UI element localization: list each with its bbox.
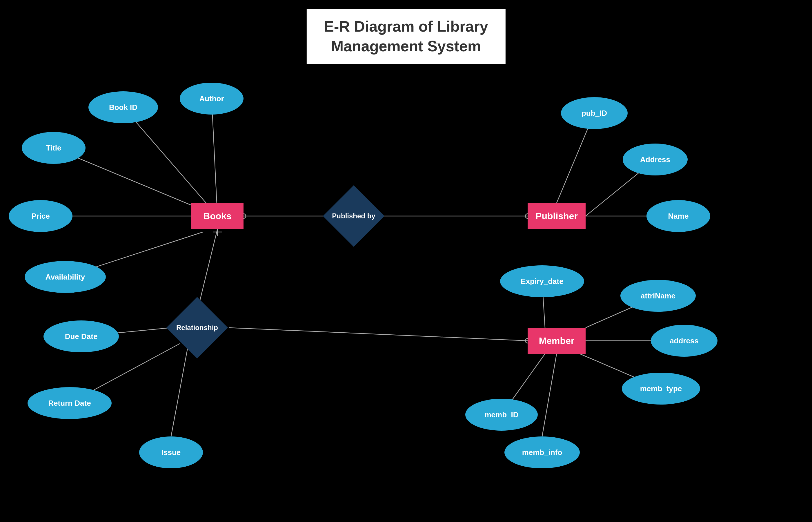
entity-member[interactable]: Member: [527, 328, 586, 354]
svg-line-1: [212, 99, 217, 216]
svg-line-18: [229, 328, 527, 341]
svg-line-12: [197, 229, 217, 312]
attr-title: Title: [22, 132, 85, 164]
attr-issue: Issue: [139, 437, 203, 468]
attr-price: Price: [9, 200, 72, 232]
attr-availability: Availability: [25, 261, 106, 293]
attr-memb-type: memb_type: [622, 373, 700, 405]
attr-expiry-date: Expiry_date: [500, 265, 584, 297]
attr-mem-address: address: [651, 325, 717, 357]
relationship-published-by[interactable]: Published by: [323, 200, 384, 232]
attr-name: Name: [646, 200, 710, 232]
entity-publisher[interactable]: Publisher: [527, 203, 586, 229]
attr-pub-id: pub_ID: [561, 97, 628, 129]
diagram-canvas: [0, 0, 812, 522]
attr-book-id: Book ID: [88, 92, 158, 123]
attr-memb-id: memb_ID: [465, 399, 538, 430]
attr-author: Author: [180, 83, 244, 115]
relationship-main[interactable]: Relationship: [165, 312, 229, 344]
entity-books[interactable]: Books: [191, 203, 244, 229]
attr-pub-address: Address: [623, 144, 688, 176]
attr-due-date: Due Date: [43, 320, 119, 353]
svg-line-0: [123, 107, 217, 216]
attr-return-date: Return Date: [27, 387, 111, 419]
attr-attriname: attriName: [620, 280, 696, 312]
svg-line-25: [542, 354, 557, 437]
attr-memb-info: memb_info: [504, 437, 580, 468]
svg-line-17: [171, 344, 188, 437]
